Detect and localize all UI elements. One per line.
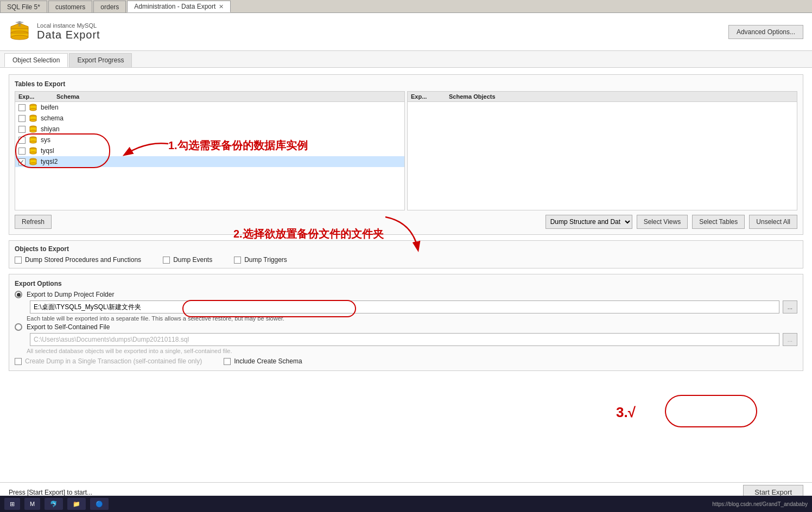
schema-row-schema[interactable]: schema	[15, 113, 404, 124]
dump-events-label[interactable]: Dump Events	[163, 256, 212, 264]
advanced-options-button[interactable]: Advanced Options...	[728, 25, 803, 39]
schema-row-shiyan[interactable]: shiyan	[15, 124, 404, 135]
tab-data-export[interactable]: Administration - Data Export ✕	[127, 1, 231, 12]
header-title-area: Local instance MySQL Data Export	[37, 22, 100, 41]
tab-export-progress[interactable]: Export Progress	[69, 53, 132, 67]
taskbar: ⊞ M 🐬 📁 🔵 https://blog.csdn.net/GrandT_a…	[0, 496, 812, 512]
header-title: Data Export	[37, 29, 100, 41]
barrel-icon-shiyan	[29, 125, 37, 133]
export-option2-path-row: ...	[15, 333, 797, 346]
svg-point-18	[30, 141, 36, 143]
barrel-icon-sys	[29, 136, 37, 144]
tab-object-selection[interactable]: Object Selection	[4, 53, 68, 67]
export-option1-label: Export to Dump Project Folder	[27, 291, 114, 298]
tab-bar: SQL File 5* customers orders Administrat…	[0, 0, 812, 13]
create-dump-label[interactable]: Create Dump in a Single Transaction (sel…	[15, 357, 202, 365]
export-options-title: Export Options	[15, 280, 797, 287]
taskbar-url: https://blog.csdn.net/GrandT_andababy	[712, 501, 808, 507]
schema-name-shiyan: shiyan	[41, 125, 60, 133]
svg-point-9	[30, 108, 36, 111]
schema-checkbox-shiyan[interactable]	[18, 126, 26, 133]
refresh-button[interactable]: Refresh	[15, 215, 52, 229]
export-option2: Export to Self-Contained File	[15, 323, 797, 331]
schema-panel: Exp... Schema beifen	[15, 91, 405, 210]
main-content: Tables to Export Exp... Schema beifen	[0, 68, 812, 482]
taskbar-btn2[interactable]: 🐬	[45, 498, 63, 510]
svg-rect-6	[18, 21, 21, 27]
browse-button1[interactable]: ...	[783, 300, 797, 313]
export-path1-input[interactable]	[30, 300, 779, 313]
schema-checkbox-tyqsl2[interactable]	[18, 158, 26, 165]
schema-col-header: Schema	[56, 93, 79, 100]
taskbar-btn4[interactable]: 🔵	[90, 498, 109, 510]
schema-checkbox-beifen[interactable]	[18, 104, 26, 111]
header-left: Local instance MySQL Data Export	[9, 21, 100, 43]
svg-point-24	[30, 163, 36, 165]
objects-checkboxes: Dump Stored Procedures and Functions Dum…	[15, 256, 797, 264]
tab-orders[interactable]: orders	[93, 1, 126, 12]
schema-name-sys: sys	[41, 136, 50, 144]
barrel-icon-schema	[29, 114, 37, 123]
schema-objects-header: Exp... Schema Objects	[408, 92, 797, 102]
taskbar-btn1[interactable]: M	[24, 498, 40, 510]
toolbar-row: Refresh Dump Structure and Dat Dump Stru…	[15, 215, 797, 229]
dump-type-select[interactable]: Dump Structure and Dat Dump Structure On…	[545, 215, 632, 229]
header-subtitle: Local instance MySQL	[37, 22, 100, 29]
export-option2-label: Export to Self-Contained File	[27, 323, 110, 331]
export-option1-path-row: ...	[15, 300, 797, 313]
objects-section-title: Objects to Export	[15, 245, 797, 253]
export-option2-radio[interactable]	[15, 323, 22, 331]
unselect-all-button[interactable]: Unselect All	[749, 215, 797, 229]
export-options-section: Export Options Export to Dump Project Fo…	[9, 274, 803, 371]
export-option1-hint: Each table will be exported into a separ…	[27, 315, 797, 322]
svg-point-12	[30, 119, 36, 121]
schema-row-beifen[interactable]: beifen	[15, 102, 404, 113]
select-views-button[interactable]: Select Views	[637, 215, 688, 229]
schema-checkbox-sys[interactable]	[18, 137, 26, 144]
export-path2-input[interactable]	[30, 333, 779, 346]
taskbar-btn3[interactable]: 📁	[67, 498, 86, 510]
tables-section: Tables to Export Exp... Schema beifen	[9, 74, 803, 235]
tables-grid: Exp... Schema beifen	[15, 91, 797, 210]
schema-name-tyqsl2: tyqsl2	[41, 158, 58, 165]
create-dump-checkbox[interactable]	[15, 358, 22, 365]
close-tab-icon[interactable]: ✕	[219, 3, 224, 10]
taskbar-start-btn[interactable]: ⊞	[4, 498, 20, 510]
export-option1-radio[interactable]	[15, 291, 22, 298]
dump-procedures-checkbox[interactable]	[15, 257, 22, 264]
dump-triggers-label[interactable]: Dump Triggers	[234, 256, 287, 264]
schema-objects-panel: Exp... Schema Objects	[407, 91, 797, 210]
schema-objects-col-header: Schema Objects	[449, 93, 496, 100]
exp-col-header2: Exp...	[411, 93, 438, 100]
barrel-icon-beifen	[29, 103, 37, 112]
schema-checkbox-tyqsl[interactable]	[18, 148, 26, 155]
schema-name-schema: schema	[41, 114, 64, 122]
schema-panel-header: Exp... Schema	[15, 92, 404, 102]
schema-checkbox-schema[interactable]	[18, 115, 26, 122]
dump-triggers-checkbox[interactable]	[234, 257, 241, 264]
tab-customers[interactable]: customers	[48, 1, 92, 12]
schema-row-sys[interactable]: sys	[15, 135, 404, 145]
sub-tabs: Object Selection Export Progress	[0, 51, 812, 68]
tab-sql-file[interactable]: SQL File 5*	[0, 1, 47, 12]
dump-procedures-label[interactable]: Dump Stored Procedures and Functions	[15, 256, 141, 264]
exp-col-header: Exp...	[18, 93, 46, 100]
svg-point-15	[30, 130, 36, 132]
schema-name-beifen: beifen	[41, 104, 59, 111]
tables-section-title: Tables to Export	[15, 80, 797, 88]
schema-name-tyqsl: tyqsl	[41, 147, 54, 155]
dump-events-checkbox[interactable]	[163, 257, 170, 264]
export-option1: Export to Dump Project Folder	[15, 291, 797, 298]
svg-point-4	[11, 35, 28, 40]
include-schema-checkbox[interactable]	[224, 358, 231, 365]
barrel-icon-tyqsl	[29, 146, 37, 155]
include-schema-label[interactable]: Include Create Schema	[224, 357, 302, 365]
export-option2-hint: All selected database objects will be ex…	[27, 348, 797, 354]
header: Local instance MySQL Data Export Advance…	[0, 13, 812, 51]
select-tables-button[interactable]: Select Tables	[692, 215, 745, 229]
export-status: Press [Start Export] to start...	[9, 489, 92, 496]
schema-row-tyqsl[interactable]: tyqsl	[15, 145, 404, 156]
schema-row-tyqsl2[interactable]: tyqsl2	[15, 156, 404, 167]
browse-button2[interactable]: ...	[783, 333, 797, 346]
bottom-checkboxes: Create Dump in a Single Transaction (sel…	[15, 357, 797, 365]
